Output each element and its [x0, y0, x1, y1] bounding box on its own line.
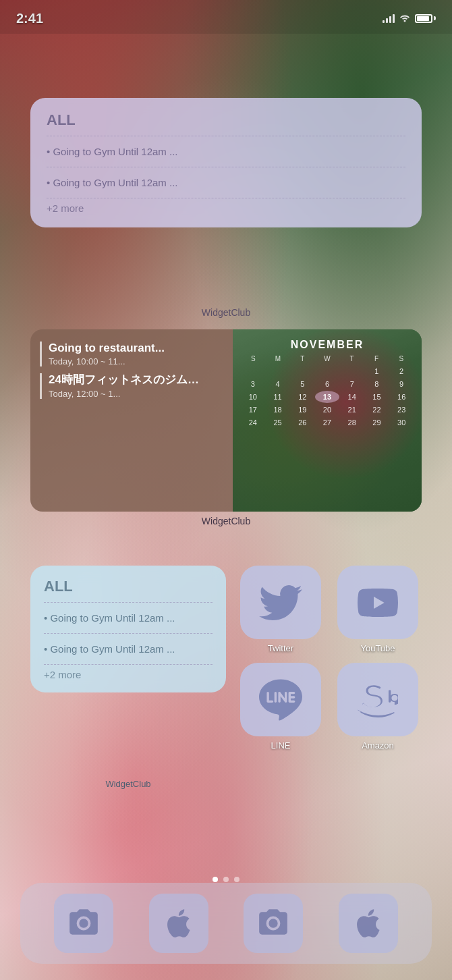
amazon-logo-icon [358, 680, 398, 720]
cal-dayname-t: T [290, 355, 315, 362]
cal-days-header: S M T W T F S [241, 355, 414, 362]
cal-day-18: 18 [266, 404, 290, 416]
widget-top-item-1: • Going to Gym Until 12am ... [47, 140, 405, 163]
event-2: 24時間フィットネスのジム… Today, 12:00 ~ 1... [40, 373, 223, 398]
page-dot-3[interactable] [234, 877, 239, 882]
cal-dayname-w: W [315, 355, 340, 362]
home-screen: 2:41 ALL • Going to Gy [0, 0, 452, 980]
cal-day-7: 7 [340, 378, 364, 390]
widgetclub-label-2: WidgetClub [30, 516, 422, 526]
cal-month: NOVEMBER [241, 339, 414, 351]
youtube-app[interactable]: YouTube [334, 566, 422, 653]
youtube-app-icon[interactable] [337, 566, 418, 639]
cal-day-30: 30 [389, 416, 414, 429]
event-1-title: Going to restaurant... [49, 342, 223, 355]
cal-day-2: 2 [389, 365, 414, 377]
widget-bottom-more: +2 more [44, 669, 213, 680]
cal-day-9: 9 [389, 378, 414, 390]
cal-day-4: 4 [266, 378, 290, 390]
line-app[interactable]: LINE [237, 663, 324, 751]
dock-appstore-1[interactable] [149, 894, 208, 953]
cal-day-24: 24 [241, 416, 265, 429]
cal-day-11: 11 [266, 391, 290, 403]
amazon-app-icon[interactable] [337, 663, 418, 736]
cal-empty-2 [266, 365, 290, 377]
widget-bottom-item-2: • Going to Gym Until 12am ... [44, 638, 213, 660]
cal-empty-3 [290, 365, 314, 377]
twitter-app-icon[interactable] [240, 566, 321, 639]
amazon-label: Amazon [362, 740, 394, 751]
camera-icon-1 [67, 906, 101, 940]
page-dot-2[interactable] [223, 877, 229, 882]
cal-day-21: 21 [340, 404, 364, 416]
cal-empty-5 [340, 365, 364, 377]
camera-icon-2 [256, 906, 290, 940]
cal-day-23: 23 [389, 404, 414, 416]
cal-day-3: 3 [241, 378, 265, 390]
cal-day-12: 12 [290, 391, 314, 403]
widget-calendar-right: NOVEMBER S M T W T F S [233, 329, 422, 512]
cal-day-6: 6 [315, 378, 339, 390]
dock-appstore-2[interactable] [339, 894, 398, 953]
cal-day-26: 26 [290, 416, 314, 429]
divider-3 [47, 198, 405, 198]
cal-empty-4 [315, 365, 339, 377]
cal-dayname-s: S [241, 355, 266, 362]
divider-b3 [44, 664, 213, 665]
event-1-time: Today, 10:00 ~ 11... [49, 356, 223, 366]
widgetclub-label-1: WidgetClub [0, 307, 452, 318]
battery-fill [417, 16, 429, 21]
cal-days-grid: 1 2 3 4 5 6 7 8 9 10 11 12 13 14 [241, 365, 414, 429]
app-icons-grid: Twitter YouTube LINE [237, 566, 422, 751]
cal-day-15: 15 [365, 391, 389, 403]
divider-b1 [44, 602, 213, 603]
widget-all-bottom-title: ALL [44, 578, 213, 595]
appstore-icon-1 [162, 906, 196, 940]
dock-camera-1[interactable] [54, 894, 113, 953]
cal-day-27: 27 [315, 416, 339, 429]
cal-day-14: 14 [340, 391, 364, 403]
amazon-app[interactable]: Amazon [334, 663, 422, 751]
cal-day-16: 16 [389, 391, 414, 403]
cal-day-10: 10 [241, 391, 265, 403]
cal-day-1: 1 [365, 365, 389, 377]
cal-day-20: 20 [315, 404, 339, 416]
widget-all-top-title: ALL [47, 111, 405, 129]
event-1: Going to restaurant... Today, 10:00 ~ 11… [40, 342, 223, 366]
twitter-app[interactable]: Twitter [237, 566, 324, 653]
widget-calendar-area[interactable]: Going to restaurant... Today, 10:00 ~ 11… [30, 329, 422, 526]
cal-day-8: 8 [365, 378, 389, 390]
widget-bottom-item-1: • Going to Gym Until 12am ... [44, 607, 213, 629]
widget-events-left: Going to restaurant... Today, 10:00 ~ 11… [30, 329, 233, 512]
event-2-title: 24時間フィットネスのジム… [49, 373, 223, 387]
cal-day-28: 28 [340, 416, 364, 429]
cal-dayname-f: F [364, 355, 389, 362]
cal-day-22: 22 [365, 404, 389, 416]
widgetclub-label-3: WidgetClub [30, 779, 226, 789]
twitter-label: Twitter [268, 643, 293, 653]
youtube-play-icon [358, 582, 398, 623]
line-logo-icon [259, 678, 302, 722]
battery-body [415, 14, 432, 23]
widget-all-bottom[interactable]: ALL • Going to Gym Until 12am ... • Goin… [30, 566, 226, 692]
widget-top-item-2: • Going to Gym Until 12am ... [47, 171, 405, 194]
dock [20, 883, 432, 964]
cal-day-29: 29 [365, 416, 389, 429]
calendar-grid: NOVEMBER S M T W T F S [233, 329, 422, 512]
widget-all-top[interactable]: ALL • Going to Gym Until 12am ... • Goin… [30, 98, 422, 227]
cal-day-17: 17 [241, 404, 265, 416]
cal-dayname-s2: S [389, 355, 414, 362]
divider-2 [47, 167, 405, 167]
youtube-label: YouTube [360, 643, 395, 653]
line-label: LINE [271, 740, 291, 751]
appstore-icon-2 [351, 906, 385, 940]
page-dot-1[interactable] [213, 877, 218, 882]
divider-1 [47, 136, 405, 136]
status-bar-bg [0, 0, 452, 34]
widget-top-more: +2 more [47, 202, 405, 214]
cal-dayname-t2: T [339, 355, 364, 362]
twitter-bird-icon [259, 581, 302, 624]
cal-day-13: 13 [315, 391, 339, 403]
line-app-icon[interactable] [240, 663, 321, 736]
dock-camera-2[interactable] [244, 894, 303, 953]
